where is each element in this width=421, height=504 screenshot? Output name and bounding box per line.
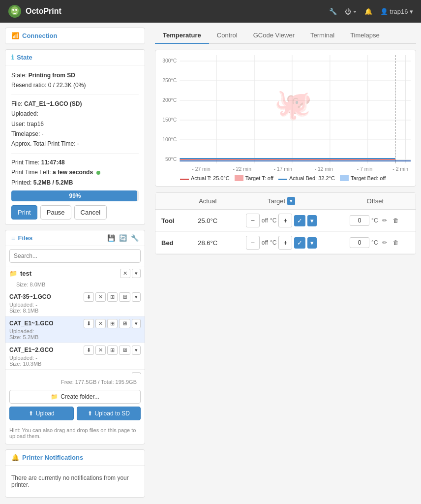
print-button[interactable]: Print (11, 205, 37, 220)
file-name: CAT_E1~1.GCO (9, 320, 53, 327)
timelapse-row: Timelapse: - (11, 129, 139, 139)
power-icon[interactable]: ⏻ ▾ (345, 8, 357, 15)
svg-text:300°C: 300°C (162, 58, 177, 63)
files-footer: Free: 177.5GB / Total: 195.9GB 📁 Create … (5, 374, 145, 444)
file-action-btn[interactable]: ⊞ (107, 292, 118, 302)
tool-target-decrease[interactable]: − (246, 214, 260, 227)
file-item-actions: ⬇ ✕ ⊞ 🖥 ▾ (84, 292, 141, 302)
create-folder-button[interactable]: 📁 Create folder... (9, 390, 141, 404)
tool-offset-edit[interactable]: ✏ (380, 216, 389, 225)
target-dropdown-btn[interactable]: ▾ (287, 197, 295, 205)
print-controls: Print Pause Cancel (11, 205, 139, 220)
temperature-table: Actual Target ▾ Offset Tool (155, 192, 416, 254)
tool-offset-unit: °C (371, 217, 378, 224)
tool-offset-delete[interactable]: 🗑 (391, 216, 401, 225)
tool-target-unit: °C (270, 217, 276, 224)
folder-delete-btn[interactable]: ✕ (120, 269, 130, 278)
file-action-btn[interactable]: ✕ (95, 319, 106, 328)
svg-text:🐙: 🐙 (274, 87, 312, 122)
uploaded-row: Uploaded: (11, 109, 139, 119)
main-content: Temperature Control GCode Viewer Termina… (150, 23, 421, 504)
svg-text:200°C: 200°C (162, 97, 177, 103)
file-action-btn[interactable]: ⬇ (84, 346, 94, 355)
pause-button[interactable]: Pause (40, 205, 71, 220)
tab-temperature[interactable]: Temperature (155, 28, 209, 44)
bed-target-increase[interactable]: + (278, 236, 292, 250)
legend-color-actual-bed (278, 179, 287, 180)
tab-control[interactable]: Control (209, 28, 245, 44)
tool-target-value: off (262, 217, 268, 224)
folder-item: 📁 test ✕ ▾ (5, 266, 145, 281)
user-menu[interactable]: 👤 trap16 ▾ (380, 8, 413, 15)
tool-target-dropdown[interactable]: ▾ (307, 215, 317, 226)
tool-actual: 25.0°C (187, 210, 228, 232)
notifications-message: There are currently no notifications fro… (11, 471, 139, 492)
bed-name: Bed (155, 232, 187, 254)
bed-target-value: off (262, 239, 268, 246)
cancel-button[interactable]: Cancel (74, 205, 107, 220)
file-item-actions: ▾ (132, 372, 141, 374)
bed-target-control: − off °C + ✓ ▾ (234, 236, 329, 250)
file-action-btn[interactable]: ⊞ (107, 346, 118, 355)
file-list: 📁 test ✕ ▾ Size: 8.0MB CAT-35~1.GCO ⬇ (5, 266, 145, 374)
file-action-btn[interactable]: ⬇ (84, 319, 94, 328)
bed-target-confirm[interactable]: ✓ (294, 237, 305, 249)
chart-legend: Actual T: 25.0°C Target T: off Actual Be… (160, 173, 411, 181)
bed-target-decrease[interactable]: − (246, 236, 260, 250)
list-item: CAT-35~1.GCO ⬇ ✕ ⊞ 🖥 ▾ Uploaded: - Size:… (5, 290, 145, 316)
bed-offset-edit[interactable]: ✏ (380, 238, 389, 247)
tool-target-increase[interactable]: + (278, 214, 292, 227)
files-refresh-icon[interactable]: 🔄 (119, 234, 127, 242)
svg-text:- 7 min: - 7 min (357, 166, 373, 172)
bed-offset-delete[interactable]: 🗑 (391, 238, 401, 247)
file-action-btn[interactable]: 🖥 (119, 292, 130, 302)
files-settings-icon[interactable]: 🔧 (131, 234, 139, 242)
file-action-btn[interactable]: ⬇ (84, 292, 94, 302)
search-input[interactable] (9, 249, 141, 263)
file-action-btn[interactable]: 🖥 (119, 346, 130, 355)
file-more-btn[interactable]: ▾ (132, 319, 141, 328)
status-dot (96, 171, 100, 175)
bell-icon[interactable]: 🔔 (364, 8, 372, 15)
file-more-btn[interactable]: ▾ (132, 346, 141, 355)
temperature-chart: 300°C 250°C 200°C 150°C 100°C 50°C (155, 50, 416, 187)
upload-sd-button[interactable]: ⬆ Upload to SD (77, 407, 141, 420)
header: OctoPrint 🔧 ⏻ ▾ 🔔 👤 trap16 ▾ (0, 0, 421, 23)
bed-offset-unit: °C (371, 239, 378, 246)
tab-gcode-viewer[interactable]: GCode Viewer (245, 28, 302, 44)
svg-point-3 (15, 9, 17, 11)
tab-terminal[interactable]: Terminal (302, 28, 342, 44)
svg-text:50°C: 50°C (165, 157, 177, 162)
file-action-btn[interactable]: ✕ (95, 292, 106, 302)
settings-icon[interactable]: 🔧 (329, 8, 337, 15)
state-panel-header: ℹ State (5, 50, 145, 65)
tool-offset: 0 °C ✏ 🗑 (335, 210, 416, 232)
sidebar: 📶 Connection ℹ State State: Printing fro… (0, 23, 150, 504)
storage-info: Free: 177.5GB / Total: 195.9GB (9, 377, 141, 387)
bed-offset: 0 °C ✏ 🗑 (335, 232, 416, 254)
info-icon: ℹ (11, 54, 14, 61)
legend-target-tool: Target T: off (235, 175, 273, 181)
folder-more-btn[interactable]: ▾ (132, 269, 141, 278)
file-more-btn[interactable]: ▾ (132, 292, 141, 302)
col-header-offset: Offset (335, 193, 416, 210)
files-sd-icon[interactable]: 💾 (107, 234, 115, 242)
legend-actual-bed: Actual Bed: 32.2°C (278, 175, 335, 181)
bed-target-dropdown[interactable]: ▾ (307, 237, 317, 249)
file-action-btn[interactable]: 🖥 (119, 319, 130, 328)
svg-text:- 27 min: - 27 min (192, 166, 210, 172)
list-item: CAT_E1~1.GCO ⬇ ✕ ⊞ 🖥 ▾ Uploaded: - Size:… (5, 316, 145, 343)
file-more-btn[interactable]: ▾ (132, 372, 141, 374)
bed-offset-control: 0 °C ✏ 🗑 (341, 237, 410, 248)
upload-button[interactable]: ⬆ Upload (9, 407, 74, 420)
tool-target-confirm[interactable]: ✓ (294, 215, 305, 226)
file-item-header: CAT_E1~1.GCO ⬇ ✕ ⊞ 🖥 ▾ (9, 319, 141, 328)
bed-target-unit: °C (270, 239, 276, 246)
file-action-btn[interactable]: ⊞ (107, 319, 118, 328)
file-item-header: CAT-35~1.GCO ⬇ ✕ ⊞ 🖥 ▾ (9, 292, 141, 302)
tab-timelapse[interactable]: Timelapse (342, 28, 387, 44)
tool-offset-control: 0 °C ✏ 🗑 (341, 215, 410, 226)
svg-text:250°C: 250°C (162, 78, 177, 83)
col-header-target: Target ▾ (228, 193, 334, 210)
file-action-btn[interactable]: ✕ (95, 346, 106, 355)
